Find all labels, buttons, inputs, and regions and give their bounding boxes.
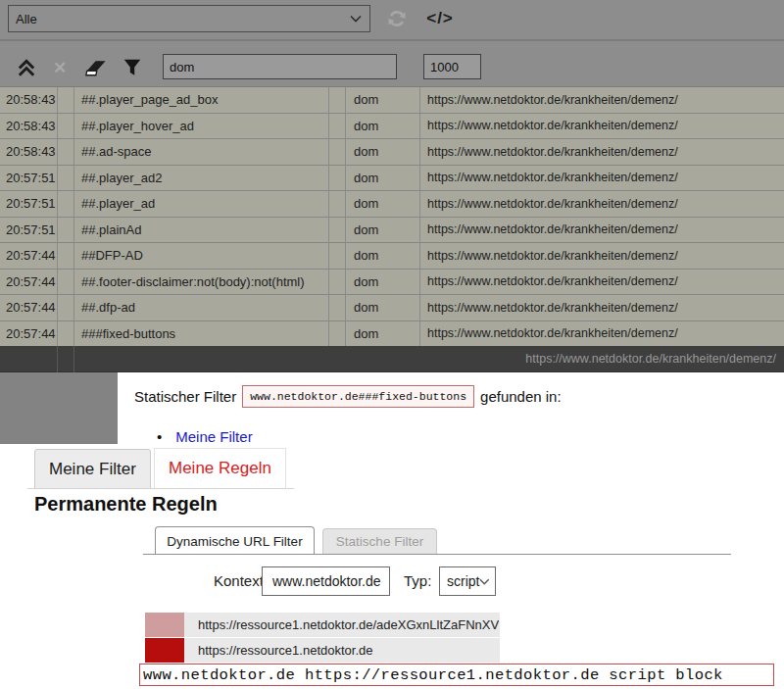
log-footer-row: https://www.netdoktor.de/krankheiten/dem… [0,346,784,372]
log-time: 20:57:44 [0,321,57,347]
rule-action-swatch-block [145,638,184,663]
subtab-strip-divider [143,554,731,555]
log-type: dom [345,114,419,139]
log-row[interactable]: 20:58:43 ##.player_hover_ad dom https://… [0,114,784,140]
max-entries-input[interactable] [423,54,481,79]
clear-log-icon[interactable]: ✕ [47,55,73,80]
chevron-down-icon [479,578,490,585]
tab-meine-regeln-label: Meine Regeln [169,459,271,478]
log-time: 20:57:51 [0,191,57,217]
log-filter: ##.player_ad [74,191,328,217]
log-row[interactable]: 20:57:51 ##.player_ad2 dom https://www.n… [0,166,784,192]
log-filter: ##DFP-AD [74,243,328,269]
log-time: 20:58:43 [0,87,57,113]
type-select[interactable]: script [439,566,496,596]
x-icon: ✕ [53,58,67,78]
subtab-static-label: Statische Filter [336,534,423,549]
event-filter-value: Alle [16,12,37,26]
tab-strip-divider [27,488,294,489]
log-time: 20:57:44 [0,243,57,269]
context-select[interactable]: www.netdoktor.de [262,566,390,596]
log-filter: ##.plainAd [74,218,328,243]
tab-meine-filter-label: Meine Filter [49,460,136,479]
log-type: dom [345,321,419,347]
scroll-to-top-icon[interactable] [14,55,39,80]
log-url: https://www.netdoktor.de/krankheiten/dem… [419,295,784,320]
log-url: https://www.netdoktor.de/krankheiten/dem… [419,218,784,243]
log-url: https://www.netdoktor.de/krankheiten/dem… [419,270,784,295]
rule-url: https://ressource1.netdoktor.de [184,643,373,658]
log-row[interactable]: 20:57:44 ##DFP-AD dom https://www.netdok… [0,243,784,270]
log-type: dom [345,87,419,113]
log-filter-input[interactable] [163,54,397,79]
log-filter: ##.footer-disclaimer:not(body):not(html) [74,270,328,295]
subtab-dynamic-url-filter[interactable]: Dynamische URL Filter [155,526,315,555]
log-type: dom [345,270,419,295]
log-row[interactable]: 20:57:44 ##.footer-disclaimer:not(body):… [0,270,784,296]
rule-row[interactable]: https://ressource1.netdoktor.de/adeXGxnL… [145,613,500,637]
log-type: dom [345,218,419,243]
log-filter: ##.player_hover_ad [74,114,328,139]
footer-url: https://www.netdoktor.de/krankheiten/dem… [525,352,776,366]
meine-filter-link[interactable]: Meine Filter [175,428,252,445]
code-view-label: </> [426,9,454,28]
type-select-value: script [447,573,479,589]
refresh-icon[interactable] [382,6,412,31]
event-filter-select[interactable]: Alle [8,5,370,32]
log-time: 20:57:44 [0,295,57,320]
static-filter-found-line: Statischer Filter www.netdoktor.de###fix… [134,385,562,408]
context-label: Kontext: [214,572,268,589]
log-row[interactable]: 20:58:43 ##.player_page_ad_box dom https… [0,87,784,114]
eraser-icon[interactable] [80,55,108,80]
rule-editor-box[interactable]: www.netdoktor.de https://ressource1.netd… [139,664,774,686]
log-filter: ###fixed-buttons [74,321,328,347]
log-filter: ##.dfp-ad [74,295,328,320]
log-time: 20:57:51 [0,166,57,191]
rule-editor-text: www.netdoktor.de https://ressource1.netd… [143,666,723,684]
log-filter: ##.player_ad2 [74,166,328,191]
log-url: https://www.netdoktor.de/krankheiten/dem… [419,243,784,269]
log-time: 20:57:44 [0,270,57,295]
filter-funnel-icon[interactable] [120,55,145,80]
subtab-static-filter[interactable]: Statische Filter [322,528,437,554]
log-row[interactable]: 20:57:51 ##.plainAd dom https://www.netd… [0,218,784,244]
log-type: dom [345,295,419,320]
rule-action-swatch-noop [145,613,184,637]
found-in-list-item: • Meine Filter [157,428,253,445]
context-select-value: www.netdoktor.de [272,573,381,589]
log-time: 20:58:43 [0,114,57,139]
log-url: https://www.netdoktor.de/krankheiten/dem… [419,87,784,113]
chevron-down-icon [350,15,362,23]
screenshot-root: Alle </> ✕ [0,0,784,689]
log-url: https://www.netdoktor.de/krankheiten/dem… [419,321,784,347]
static-filter-code: www.netdoktor.de###fixed-buttons [242,385,474,408]
log-time: 20:57:51 [0,218,57,243]
log-table: 20:58:43 ##.player_page_ad_box dom https… [0,86,784,347]
permanent-rules-heading: Permanente Regeln [34,493,218,516]
bullet: • [157,428,162,445]
rule-url: https://ressource1.netdoktor.de/adeXGxnL… [184,617,499,632]
log-row[interactable]: 20:57:44 ##.dfp-ad dom https://www.netdo… [0,295,784,321]
tab-meine-regeln[interactable]: Meine Regeln [154,448,286,488]
log-url: https://www.netdoktor.de/krankheiten/dem… [419,114,784,139]
code-view-icon[interactable]: </> [419,6,461,31]
log-row[interactable]: 20:57:44 ###fixed-buttons dom https://ww… [0,321,784,348]
log-type: dom [345,166,419,191]
log-url: https://www.netdoktor.de/krankheiten/dem… [419,139,784,165]
log-row[interactable]: 20:57:51 ##.player_ad dom https://www.ne… [0,191,784,218]
static-filter-suffix: gefunden in: [480,388,562,405]
tab-meine-filter[interactable]: Meine Filter [34,449,151,489]
log-url: https://www.netdoktor.de/krankheiten/dem… [419,191,784,217]
logger-window: Alle </> ✕ [0,0,784,372]
log-time: 20:58:43 [0,139,57,165]
log-type: dom [345,139,419,165]
type-label: Typ: [404,572,431,589]
log-type: dom [345,243,419,269]
log-url: https://www.netdoktor.de/krankheiten/dem… [419,166,784,191]
dimmed-background-patch [0,372,118,444]
log-row[interactable]: 20:58:43 ##.ad-space dom https://www.net… [0,139,784,166]
static-filter-prefix: Statischer Filter [134,388,236,405]
toolbar-divider [0,39,784,41]
log-type: dom [345,191,419,217]
rule-row[interactable]: https://ressource1.netdoktor.de [145,638,500,663]
